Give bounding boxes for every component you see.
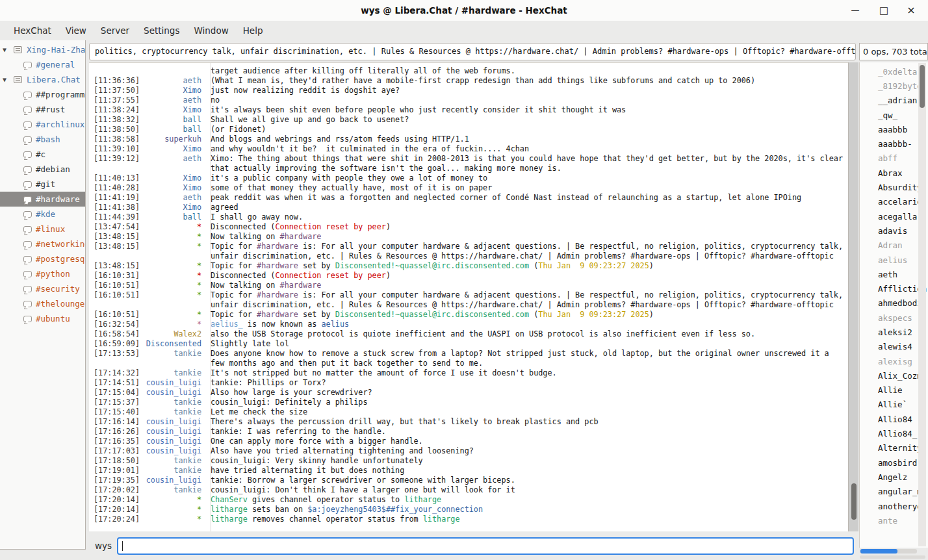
message-nick: Ximo <box>136 144 206 154</box>
userlist-scrollbar[interactable] <box>918 63 926 546</box>
message-segment: Now talking on <box>211 232 280 241</box>
message-segment: is: For all your computer hardware & adj… <box>211 290 847 309</box>
message-segment: Topic for <box>211 310 257 319</box>
close-icon[interactable]: × <box>898 0 924 21</box>
message-segment: There's always the percussion drill way,… <box>211 417 599 426</box>
chat-message-row: [16:10:51]*Topic for #hardware set by Di… <box>89 310 848 320</box>
userlist-hscrollbar-track[interactable] <box>860 555 925 559</box>
message-nick: cousin_luigi <box>136 437 206 446</box>
sidebar-item--programming[interactable]: ##programming <box>0 87 85 102</box>
menu-item-hexchat[interactable]: HexChat <box>6 21 58 40</box>
tree-item-label: #postgresql <box>36 254 85 264</box>
chat-message-row: [11:38:58]superkuhAnd blogs and webrings… <box>89 134 848 144</box>
menu-item-view[interactable]: View <box>58 21 94 40</box>
chat-message-row: [11:40:13]Ximoit's a public company with… <box>89 173 848 183</box>
chat-message-row: [11:40:28]Ximosome of that money they ac… <box>89 183 848 193</box>
channel-icon <box>23 151 32 158</box>
chat-scrollbar-thumb[interactable] <box>851 483 857 520</box>
message-timestamp: [17:19:01] <box>89 466 136 476</box>
tree-item-label: #general <box>36 60 75 70</box>
menu-item-server[interactable]: Server <box>94 21 136 40</box>
message-timestamp: [11:41:19] <box>89 193 136 203</box>
sidebar-item--general[interactable]: #general <box>0 57 85 72</box>
message-nick: superkuh <box>136 134 206 144</box>
userlist-scrollbar-thumb[interactable] <box>920 65 925 108</box>
chat-message-row: [13:48:15]*Topic for #hardware is: For a… <box>89 242 848 261</box>
message-timestamp: [17:20:14] <box>89 495 136 505</box>
message-segment: peak reddit was when it was a forgotten … <box>211 193 801 202</box>
message-text: and why wouldn't it be? it culminated in… <box>206 144 848 154</box>
message-timestamp: [11:41:38] <box>89 203 136 212</box>
tree-item-label: ##rust <box>36 105 65 114</box>
channel-icon <box>23 286 32 292</box>
sidebar-item--linux[interactable]: #linux <box>0 222 85 236</box>
message-timestamp: [16:10:31] <box>89 271 136 281</box>
minimize-button[interactable]: — <box>842 0 868 21</box>
message-nick: tankie <box>136 466 206 476</box>
message-text: litharge removes channel operator status… <box>206 515 848 524</box>
message-text: peak reddit was when it was a forgotten … <box>206 193 848 203</box>
message-timestamp: [16:10:51] <box>89 281 136 290</box>
event-marker: * <box>136 261 206 271</box>
tree-network-libera-chat[interactable]: ▼Libera.Chat <box>0 72 85 87</box>
chat-message-row: target audience after killing off litera… <box>89 66 848 76</box>
message-input[interactable] <box>117 537 854 555</box>
chat-message-row: [11:41:38]Ximoagreed <box>89 203 848 212</box>
message-text: Topic for #hardware is: For all your com… <box>206 290 848 310</box>
userlist-hscrollbar[interactable] <box>860 549 917 554</box>
message-segment: (or Fidonet) <box>211 125 266 134</box>
sidebar-item--debian[interactable]: #debian <box>0 162 85 177</box>
nick-label: wys <box>95 537 112 555</box>
tree-item-label: #ubuntu <box>36 314 70 324</box>
sidebar-item--python[interactable]: #python <box>0 266 85 281</box>
chat-message-row: [16:10:51]*Now talking on #hardware <box>89 281 848 290</box>
message-segment: It's not stripped but no matter the amou… <box>211 368 557 377</box>
message-timestamp <box>89 66 136 76</box>
sidebar-item--archlinux[interactable]: #archlinux <box>0 117 85 132</box>
userlist-header: 0 ops, 703 total <box>859 43 928 60</box>
menu-item-window[interactable]: Window <box>187 21 235 40</box>
message-segment: have tried alternating it but does nothi… <box>211 466 404 475</box>
chat-message-row: [17:16:35]cousin_luigiOne can apply more… <box>89 437 848 446</box>
sidebar-item--ubuntu[interactable]: #ubuntu <box>0 311 85 326</box>
sidebar-item--c[interactable]: #c <box>0 147 85 162</box>
menu-item-help[interactable]: Help <box>236 21 270 40</box>
message-timestamp: [17:14:32] <box>89 368 136 378</box>
message-segment: #hardware <box>280 281 322 290</box>
channel-icon <box>23 92 32 98</box>
sidebar-item--bash[interactable]: #bash <box>0 132 85 147</box>
message-segment: litharge <box>423 515 460 524</box>
message-segment: cousin_luigi: Definitely a philips <box>211 398 367 407</box>
chat-message-row: [17:15:04]cousin_luigiAlso how large is … <box>89 388 848 398</box>
sidebar-item--kde[interactable]: #kde <box>0 207 85 222</box>
expander-icon[interactable]: ▼ <box>3 46 14 53</box>
sidebar-item--rust[interactable]: ##rust <box>0 102 85 117</box>
message-segment: ) <box>386 271 391 280</box>
maximize-button[interactable]: □ <box>871 0 897 21</box>
message-segment: also the USB Storage protocol is quiote … <box>211 329 755 338</box>
menu-bar: HexChatViewServerSettingsWindowHelp <box>0 21 928 40</box>
userlist-hscrollbar-thumb[interactable] <box>860 549 897 554</box>
topic-input[interactable]: politics, cryptocurrency talk, unfair di… <box>89 43 856 60</box>
chat-message-row: [17:20:02]tankiecousin_luigi: Don't thin… <box>89 485 848 495</box>
message-nick: Ximo <box>136 203 206 212</box>
message-timestamp: [16:58:54] <box>89 329 136 339</box>
channel-icon <box>23 271 32 277</box>
menu-item-settings[interactable]: Settings <box>136 21 187 40</box>
sidebar-item--git[interactable]: #git <box>0 177 85 192</box>
sidebar-item--security[interactable]: #security <box>0 281 85 296</box>
sidebar-item--networking[interactable]: #networking <box>0 236 85 251</box>
message-segment: ChanServ <box>211 495 248 504</box>
title-bar: wys @ Libera.Chat / #hardware - HexChat … <box>0 0 928 21</box>
sidebar-item--hardware[interactable]: #hardware <box>0 192 85 207</box>
message-timestamp: [11:38:24] <box>89 105 136 115</box>
sidebar-item--postgresql[interactable]: #postgresql <box>0 251 85 266</box>
sidebar-item--thelounge[interactable]: #thelounge <box>0 296 85 311</box>
message-segment: (What I mean is, they'd rather have a mo… <box>211 76 755 85</box>
message-nick: tankie <box>136 407 206 417</box>
expander-icon[interactable]: ▼ <box>3 76 14 83</box>
message-timestamp: [13:48:15] <box>89 261 136 271</box>
message-nick: cousin_luigi <box>136 446 206 456</box>
tree-network-xing-hai-zhan[interactable]: ▼Xing-Hai-Zhan <box>0 42 85 57</box>
chat-scrollbar[interactable] <box>848 62 858 531</box>
